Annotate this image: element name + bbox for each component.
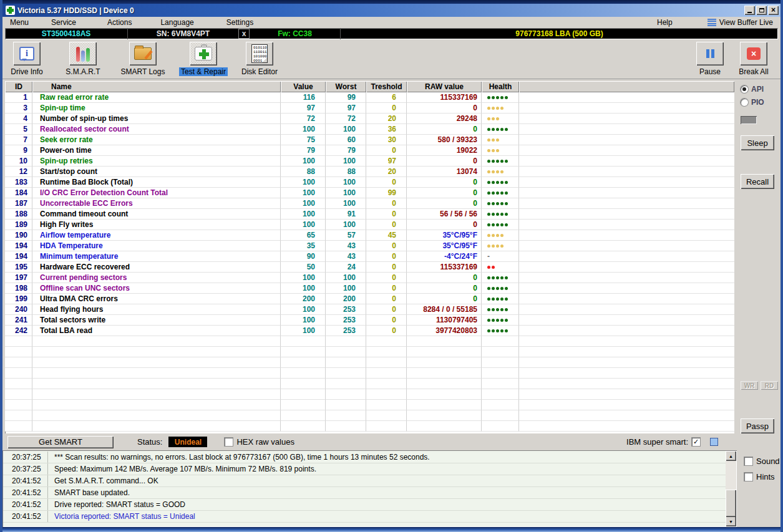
health-dot-icon — [487, 149, 490, 152]
table-row[interactable] — [5, 410, 734, 421]
table-row[interactable]: 5 Reallocated sector count 100 100 36 0 — [5, 124, 734, 135]
table-row[interactable]: 198 Offline scan UNC sectors 100 100 0 0 — [5, 283, 734, 294]
health-dot-icon — [505, 191, 508, 195]
menu-item-settings[interactable]: Settings — [224, 17, 256, 27]
hints-checkbox[interactable]: Hints — [744, 472, 781, 481]
health-dots — [482, 145, 519, 156]
table-row[interactable]: 183 Runtime Bad Block (Total) 100 100 0 … — [5, 177, 734, 188]
test-and-repair-button[interactable]: Test & Repair — [173, 42, 233, 76]
pio-radio[interactable]: PIO — [741, 97, 764, 107]
table-row[interactable]: 194 HDA Temperature 35 43 0 35°C/95°F — [5, 241, 734, 251]
ibm-super-smart-checkbox[interactable]: IBM super smart: ✓ — [626, 437, 718, 447]
table-row[interactable] — [5, 421, 734, 432]
column-header-treshold[interactable]: Treshold — [366, 81, 407, 92]
health-dot-icon — [487, 191, 490, 195]
devicebar-close-button[interactable]: x — [238, 29, 250, 39]
column-header-value[interactable]: Value — [281, 81, 326, 92]
menu-item-help[interactable]: Help — [654, 17, 675, 27]
titlebar[interactable]: Victoria 5.37 HDD/SSD | Device 0 × — [2, 4, 781, 17]
view-buffer-live-button[interactable]: View Buffer Live — [708, 18, 773, 27]
menu-item-service[interactable]: Service — [49, 17, 79, 27]
test-tubes-icon — [76, 46, 90, 62]
close-button[interactable]: × — [768, 6, 779, 15]
table-row[interactable]: 199 Ultra DMA CRC errors 200 200 0 0 — [5, 294, 734, 304]
smart-button[interactable]: S.M.A.R.T — [59, 42, 107, 76]
table-row[interactable]: 4 Number of spin-up times 72 72 20 29248 — [5, 114, 734, 124]
smart-logs-button[interactable]: SMART Logs — [115, 42, 171, 76]
log-scrollbar[interactable]: ▲ ▼ — [726, 451, 736, 526]
color-indicator-swatch[interactable] — [710, 438, 718, 446]
disk-editor-button[interactable]: 010110 110011 101000 0001 Disk Editor — [235, 42, 285, 76]
column-header-name[interactable]: Name — [32, 81, 281, 92]
table-row[interactable]: 10 Spin-up retries 100 100 97 0 — [5, 156, 734, 167]
scroll-up-icon[interactable]: ▲ — [726, 451, 736, 461]
table-row[interactable] — [5, 368, 734, 379]
test-and-repair-label: Test & Repair — [179, 67, 228, 76]
table-row[interactable]: 190 Airflow temperature 65 57 45 35°C/95… — [5, 230, 734, 241]
api-radio-label: API — [751, 85, 764, 94]
column-header-worst[interactable]: Worst — [326, 81, 366, 92]
table-row[interactable] — [5, 357, 734, 368]
table-row[interactable] — [5, 379, 734, 389]
menu-item-language[interactable]: Language — [158, 17, 196, 27]
table-row[interactable]: 197 Current pending sectors 100 100 0 0 — [5, 273, 734, 283]
pause-button[interactable]: Pause — [689, 42, 731, 76]
table-row[interactable]: 187 Uncorrectable ECC Errors 100 100 0 0 — [5, 198, 734, 209]
table-row[interactable]: 240 Head flying hours 100 253 0 8284 / 0… — [5, 304, 734, 315]
health-dot-icon — [492, 160, 495, 163]
sound-checkbox[interactable]: Sound — [744, 457, 781, 466]
table-row[interactable] — [5, 336, 734, 347]
table-row[interactable] — [5, 389, 734, 400]
api-radio[interactable]: API — [741, 84, 764, 94]
maximize-button[interactable] — [756, 6, 767, 15]
column-header-health[interactable]: Health — [482, 81, 519, 92]
scroll-down-icon[interactable]: ▼ — [726, 516, 736, 526]
table-row[interactable]: 1 Raw read error rate 116 99 6 115337169 — [5, 92, 734, 103]
table-row[interactable]: 241 Total sectors write 100 253 0 113079… — [5, 315, 734, 326]
window-title: Victoria 5.37 HDD/SSD | Device 0 — [17, 6, 134, 15]
log-message: *** Scan results: no warnings, no errors… — [48, 453, 430, 462]
table-row[interactable]: 7 Seek error rate 75 60 30 580 / 39323 — [5, 135, 734, 145]
table-row[interactable]: 188 Command timeout count 100 91 0 56 / … — [5, 209, 734, 220]
health-dots — [482, 188, 519, 198]
log-timestamp: 20:41:52 — [3, 511, 48, 522]
table-row[interactable]: 242 Total LBA read 100 253 0 3977420803 — [5, 326, 734, 336]
menu-item-actions[interactable]: Actions — [105, 17, 134, 27]
log-message: Drive reported: SMART status = GOOD — [48, 500, 185, 509]
table-row[interactable]: 3 Spin-up time 97 97 0 0 — [5, 103, 734, 114]
table-row[interactable]: 9 Power-on time 79 79 0 19022 — [5, 145, 734, 156]
health-dot-icon — [487, 96, 490, 99]
health-dot-icon — [492, 276, 495, 279]
hex-raw-values-checkbox[interactable]: HEX raw values — [225, 437, 294, 447]
menu-item-menu[interactable]: Menu — [7, 17, 31, 27]
table-row[interactable] — [5, 400, 734, 410]
scrollbar-track[interactable] — [726, 461, 736, 516]
column-header-id[interactable]: ID — [5, 81, 32, 92]
minimize-button[interactable] — [744, 6, 755, 15]
rd-button[interactable]: RD — [761, 381, 778, 390]
table-row[interactable]: 184 I/O CRC Error Detection Count Total … — [5, 188, 734, 198]
table-row[interactable]: 194 Minimum temperature 90 43 0 -4°C/24°… — [5, 251, 734, 262]
health-dot-icon — [487, 107, 490, 110]
maximize-icon — [759, 8, 764, 12]
health-dot-icon — [505, 276, 508, 279]
column-header-raw[interactable]: RAW value — [407, 81, 482, 92]
get-smart-button[interactable]: Get SMART — [7, 436, 114, 448]
table-row[interactable]: 189 High Fly writes 100 100 0 0 — [5, 220, 734, 230]
health-dots — [482, 315, 519, 326]
table-row[interactable]: 12 Start/stop count 88 88 20 13074 — [5, 167, 734, 177]
table-row[interactable]: 195 Hardware ECC recovered 50 24 0 11533… — [5, 262, 734, 273]
scrollbar-thumb[interactable] — [726, 490, 736, 517]
break-all-button[interactable]: × Break All — [731, 42, 777, 76]
health-dots — [482, 167, 519, 177]
health-dot-icon — [500, 128, 503, 131]
table-row[interactable] — [5, 347, 734, 357]
passp-button[interactable]: Passp — [741, 418, 774, 433]
recall-button[interactable]: Recall — [741, 174, 774, 189]
health-dot-icon — [492, 202, 495, 205]
drive-info-button[interactable]: i Drive Info — [6, 42, 47, 76]
victoria-app-icon — [6, 6, 15, 15]
sleep-button[interactable]: Sleep — [741, 135, 774, 150]
wr-button[interactable]: WR — [741, 381, 758, 390]
health-dots — [482, 220, 519, 230]
